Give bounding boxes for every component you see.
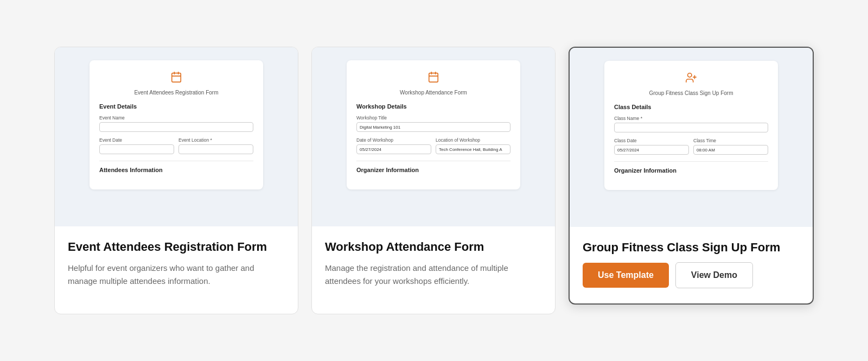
- form-icon: [614, 72, 768, 87]
- form-field-group: Class Date 05/27/2024: [614, 138, 689, 155]
- form-section-heading: Event Details: [99, 103, 253, 110]
- form-field-group: Date of Workshop 05/27/2024: [356, 137, 431, 154]
- form-field-input: Digital Marketing 101: [356, 122, 510, 132]
- form-section-heading: Workshop Details: [356, 103, 510, 110]
- form-field-input: 08:00 AM: [693, 145, 768, 155]
- form-field-group: Event Name: [99, 115, 253, 132]
- form-preview-title: Event Attendees Registration Form: [99, 90, 253, 96]
- form-field-input: [614, 123, 768, 132]
- section-divider: [99, 161, 253, 161]
- form-field-input: [99, 144, 174, 154]
- card-workshop-attendance[interactable]: Workshop Attendance Form Workshop Detail…: [311, 47, 556, 314]
- form-field-input: Tech Conference Hall, Building A: [436, 144, 510, 154]
- card-description: Manage the registration and attendance o…: [325, 262, 542, 288]
- form-field-label: Event Location *: [178, 137, 253, 143]
- cards-container: Event Attendees Registration Form Event …: [54, 47, 814, 314]
- form-field-label: Location of Workshop: [436, 137, 510, 143]
- form-field-label: Class Date: [614, 138, 689, 143]
- card-group-fitness[interactable]: Group Fitness Class Sign Up Form Class D…: [569, 47, 814, 305]
- view-demo-button[interactable]: View Demo: [675, 262, 753, 288]
- form-section-heading: Organizer Information: [614, 167, 768, 174]
- form-field-label: Class Time: [693, 138, 768, 143]
- form-field-input: [99, 122, 253, 132]
- form-field-group: Class Name *: [614, 116, 768, 132]
- card-body: Workshop Attendance Form Manage the regi…: [312, 226, 555, 314]
- form-field-group: Class Time 08:00 AM: [693, 138, 768, 155]
- section-divider: [614, 161, 768, 162]
- form-field-label: Class Name *: [614, 116, 768, 121]
- card-preview: Group Fitness Class Sign Up Form Class D…: [570, 48, 813, 227]
- form-field-label: Event Name: [99, 115, 253, 121]
- svg-rect-4: [429, 73, 438, 83]
- card-title: Workshop Attendance Form: [325, 239, 542, 255]
- form-field-group: Workshop Title Digital Marketing 101: [356, 115, 510, 132]
- form-field-group: Location of Workshop Tech Conference Hal…: [436, 137, 510, 154]
- form-icon: [99, 71, 253, 86]
- form-preview-title: Group Fitness Class Sign Up Form: [614, 90, 768, 96]
- form-section-heading: Class Details: [614, 104, 768, 110]
- form-section-heading: Organizer Information: [356, 167, 510, 173]
- form-field-row: Event Date Event Location *: [99, 137, 253, 154]
- form-field-label: Workshop Title: [356, 115, 510, 121]
- svg-point-8: [688, 73, 692, 77]
- card-event-registration[interactable]: Event Attendees Registration Form Event …: [54, 47, 298, 314]
- card-title: Event Attendees Registration Form: [68, 239, 285, 255]
- form-field-row: Date of Workshop 05/27/2024 Location of …: [356, 137, 510, 154]
- card-title: Group Fitness Class Sign Up Form: [583, 240, 800, 256]
- card-body: Event Attendees Registration Form Helpfu…: [55, 226, 298, 314]
- card-body: Group Fitness Class Sign Up Form Use Tem…: [570, 227, 813, 303]
- form-icon: [356, 71, 510, 86]
- section-divider: [356, 161, 510, 161]
- form-field-group: Event Location *: [178, 137, 253, 154]
- form-preview-title: Workshop Attendance Form: [356, 90, 510, 96]
- form-field-label: Event Date: [99, 137, 174, 143]
- form-field-label: Date of Workshop: [356, 137, 431, 143]
- form-field-input: [178, 144, 253, 154]
- form-field-input: 05/27/2024: [356, 144, 431, 154]
- form-preview: Event Attendees Registration Form Event …: [90, 60, 263, 189]
- svg-rect-0: [172, 73, 181, 83]
- form-field-input: 05/27/2024: [614, 145, 689, 155]
- card-actions: Use TemplateView Demo: [583, 262, 800, 288]
- form-preview: Workshop Attendance Form Workshop Detail…: [347, 60, 520, 189]
- form-field-group: Event Date: [99, 137, 174, 154]
- card-preview: Event Attendees Registration Form Event …: [55, 47, 298, 226]
- card-preview: Workshop Attendance Form Workshop Detail…: [312, 47, 555, 226]
- card-description: Helpful for event organizers who want to…: [68, 262, 285, 288]
- use-template-button[interactable]: Use Template: [583, 263, 669, 288]
- form-section-heading: Attendees Information: [99, 167, 253, 173]
- form-field-row: Class Date 05/27/2024 Class Time 08:00 A…: [614, 138, 768, 155]
- form-preview: Group Fitness Class Sign Up Form Class D…: [604, 61, 778, 190]
